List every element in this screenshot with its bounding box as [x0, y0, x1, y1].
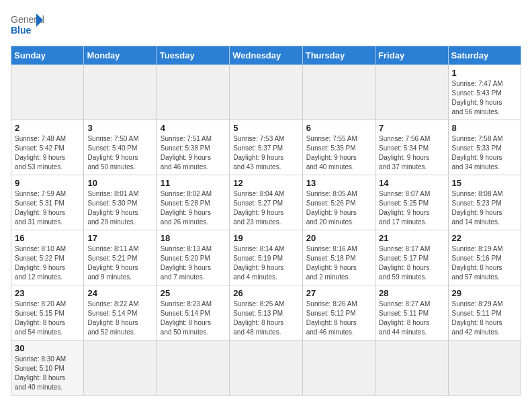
- calendar-cell: [302, 340, 375, 396]
- day-number: 17: [87, 233, 152, 243]
- day-number: 19: [233, 233, 298, 243]
- calendar-cell: [157, 65, 229, 120]
- day-number: 23: [15, 288, 80, 298]
- calendar-cell: 24Sunrise: 8:22 AM Sunset: 5:14 PM Dayli…: [84, 285, 157, 340]
- day-info: Sunrise: 8:25 AM Sunset: 5:13 PM Dayligh…: [233, 300, 298, 337]
- day-info: Sunrise: 8:16 AM Sunset: 5:18 PM Dayligh…: [306, 244, 371, 282]
- calendar-cell: 29Sunrise: 8:29 AM Sunset: 5:11 PM Dayli…: [448, 285, 521, 340]
- day-number: 20: [306, 233, 371, 243]
- day-info: Sunrise: 7:58 AM Sunset: 5:33 PM Dayligh…: [452, 134, 517, 172]
- calendar-cell: 10Sunrise: 8:01 AM Sunset: 5:30 PM Dayli…: [84, 175, 157, 230]
- calendar-cell: 13Sunrise: 8:05 AM Sunset: 5:26 PM Dayli…: [302, 175, 375, 230]
- calendar-cell: [230, 340, 302, 396]
- calendar-cell: 11Sunrise: 8:02 AM Sunset: 5:28 PM Dayli…: [157, 175, 229, 230]
- day-info: Sunrise: 8:30 AM Sunset: 5:10 PM Dayligh…: [15, 355, 80, 392]
- day-info: Sunrise: 7:59 AM Sunset: 5:31 PM Dayligh…: [15, 189, 80, 227]
- calendar-cell: 23Sunrise: 8:20 AM Sunset: 5:15 PM Dayli…: [11, 285, 84, 340]
- calendar-week-1: 1Sunrise: 7:47 AM Sunset: 5:43 PM Daylig…: [11, 65, 521, 120]
- day-number: 29: [452, 288, 517, 298]
- day-number: 27: [306, 288, 371, 298]
- day-info: Sunrise: 8:04 AM Sunset: 5:27 PM Dayligh…: [233, 189, 298, 227]
- calendar-cell: 15Sunrise: 8:08 AM Sunset: 5:23 PM Dayli…: [448, 175, 521, 230]
- calendar-cell: 2Sunrise: 7:48 AM Sunset: 5:42 PM Daylig…: [11, 120, 84, 175]
- calendar-week-5: 23Sunrise: 8:20 AM Sunset: 5:15 PM Dayli…: [11, 285, 521, 340]
- calendar-cell: [11, 65, 84, 120]
- day-number: 10: [87, 178, 152, 188]
- calendar-cell: 1Sunrise: 7:47 AM Sunset: 5:43 PM Daylig…: [448, 65, 521, 120]
- weekday-header-tuesday: Tuesday: [157, 46, 229, 65]
- day-number: 12: [233, 178, 298, 188]
- day-number: 28: [379, 288, 444, 298]
- calendar-week-6: 30Sunrise: 8:30 AM Sunset: 5:10 PM Dayli…: [11, 340, 521, 396]
- day-number: 3: [87, 123, 152, 133]
- calendar-cell: [230, 65, 302, 120]
- day-info: Sunrise: 7:47 AM Sunset: 5:43 PM Dayligh…: [452, 79, 517, 117]
- day-info: Sunrise: 7:53 AM Sunset: 5:37 PM Dayligh…: [233, 134, 298, 172]
- day-info: Sunrise: 8:27 AM Sunset: 5:11 PM Dayligh…: [379, 300, 444, 337]
- day-number: 16: [15, 233, 80, 243]
- calendar-cell: [375, 340, 448, 396]
- calendar-cell: 20Sunrise: 8:16 AM Sunset: 5:18 PM Dayli…: [302, 230, 375, 285]
- calendar-cell: 4Sunrise: 7:51 AM Sunset: 5:38 PM Daylig…: [157, 120, 229, 175]
- calendar-cell: 12Sunrise: 8:04 AM Sunset: 5:27 PM Dayli…: [230, 175, 302, 230]
- day-info: Sunrise: 7:50 AM Sunset: 5:40 PM Dayligh…: [87, 134, 152, 172]
- calendar-cell: 5Sunrise: 7:53 AM Sunset: 5:37 PM Daylig…: [230, 120, 302, 175]
- calendar-cell: [84, 340, 157, 396]
- calendar-cell: 14Sunrise: 8:07 AM Sunset: 5:25 PM Dayli…: [375, 175, 448, 230]
- day-info: Sunrise: 8:29 AM Sunset: 5:11 PM Dayligh…: [452, 300, 517, 337]
- day-number: 2: [15, 123, 80, 133]
- day-number: 22: [452, 233, 517, 243]
- weekday-header-wednesday: Wednesday: [230, 46, 302, 65]
- day-info: Sunrise: 7:48 AM Sunset: 5:42 PM Dayligh…: [15, 134, 80, 172]
- day-info: Sunrise: 8:01 AM Sunset: 5:30 PM Dayligh…: [87, 189, 152, 227]
- calendar-cell: 6Sunrise: 7:55 AM Sunset: 5:35 PM Daylig…: [302, 120, 375, 175]
- day-info: Sunrise: 8:13 AM Sunset: 5:20 PM Dayligh…: [161, 244, 226, 282]
- calendar-cell: 16Sunrise: 8:10 AM Sunset: 5:22 PM Dayli…: [11, 230, 84, 285]
- calendar-cell: 22Sunrise: 8:19 AM Sunset: 5:16 PM Dayli…: [448, 230, 521, 285]
- day-number: 4: [161, 123, 226, 133]
- logo: GeneralBlue: [11, 11, 44, 39]
- day-info: Sunrise: 7:56 AM Sunset: 5:34 PM Dayligh…: [379, 134, 444, 172]
- calendar-cell: 30Sunrise: 8:30 AM Sunset: 5:10 PM Dayli…: [11, 340, 84, 396]
- calendar-week-4: 16Sunrise: 8:10 AM Sunset: 5:22 PM Dayli…: [11, 230, 521, 285]
- day-info: Sunrise: 8:02 AM Sunset: 5:28 PM Dayligh…: [161, 189, 226, 227]
- day-number: 25: [161, 288, 226, 298]
- calendar-week-3: 9Sunrise: 7:59 AM Sunset: 5:31 PM Daylig…: [11, 175, 521, 230]
- day-info: Sunrise: 8:07 AM Sunset: 5:25 PM Dayligh…: [379, 189, 444, 227]
- day-number: 30: [15, 343, 80, 353]
- day-info: Sunrise: 7:55 AM Sunset: 5:35 PM Dayligh…: [306, 134, 371, 172]
- day-number: 1: [452, 68, 517, 78]
- calendar-cell: 3Sunrise: 7:50 AM Sunset: 5:40 PM Daylig…: [84, 120, 157, 175]
- day-info: Sunrise: 8:17 AM Sunset: 5:17 PM Dayligh…: [379, 244, 444, 282]
- day-info: Sunrise: 8:19 AM Sunset: 5:16 PM Dayligh…: [452, 244, 517, 282]
- calendar-cell: [84, 65, 157, 120]
- day-info: Sunrise: 8:22 AM Sunset: 5:14 PM Dayligh…: [87, 300, 152, 337]
- day-number: 5: [233, 123, 298, 133]
- svg-text:Blue: Blue: [11, 25, 32, 36]
- day-info: Sunrise: 8:08 AM Sunset: 5:23 PM Dayligh…: [452, 189, 517, 227]
- day-number: 13: [306, 178, 371, 188]
- day-number: 7: [379, 123, 444, 133]
- day-number: 11: [161, 178, 226, 188]
- day-number: 6: [306, 123, 371, 133]
- day-number: 15: [452, 178, 517, 188]
- calendar-cell: 8Sunrise: 7:58 AM Sunset: 5:33 PM Daylig…: [448, 120, 521, 175]
- weekday-header-monday: Monday: [84, 46, 157, 65]
- day-info: Sunrise: 8:10 AM Sunset: 5:22 PM Dayligh…: [15, 244, 80, 282]
- weekday-header-row: SundayMondayTuesdayWednesdayThursdayFrid…: [11, 46, 521, 65]
- header: GeneralBlue: [11, 11, 521, 39]
- day-number: 14: [379, 178, 444, 188]
- weekday-header-thursday: Thursday: [302, 46, 375, 65]
- calendar-cell: [448, 340, 521, 396]
- calendar-cell: 21Sunrise: 8:17 AM Sunset: 5:17 PM Dayli…: [375, 230, 448, 285]
- day-info: Sunrise: 8:14 AM Sunset: 5:19 PM Dayligh…: [233, 244, 298, 282]
- calendar-week-2: 2Sunrise: 7:48 AM Sunset: 5:42 PM Daylig…: [11, 120, 521, 175]
- day-info: Sunrise: 7:51 AM Sunset: 5:38 PM Dayligh…: [161, 134, 226, 172]
- weekday-header-friday: Friday: [375, 46, 448, 65]
- day-info: Sunrise: 8:11 AM Sunset: 5:21 PM Dayligh…: [87, 244, 152, 282]
- day-number: 8: [452, 123, 517, 133]
- weekday-header-saturday: Saturday: [448, 46, 521, 65]
- calendar-cell: [157, 340, 229, 396]
- calendar-cell: 17Sunrise: 8:11 AM Sunset: 5:21 PM Dayli…: [84, 230, 157, 285]
- day-number: 24: [87, 288, 152, 298]
